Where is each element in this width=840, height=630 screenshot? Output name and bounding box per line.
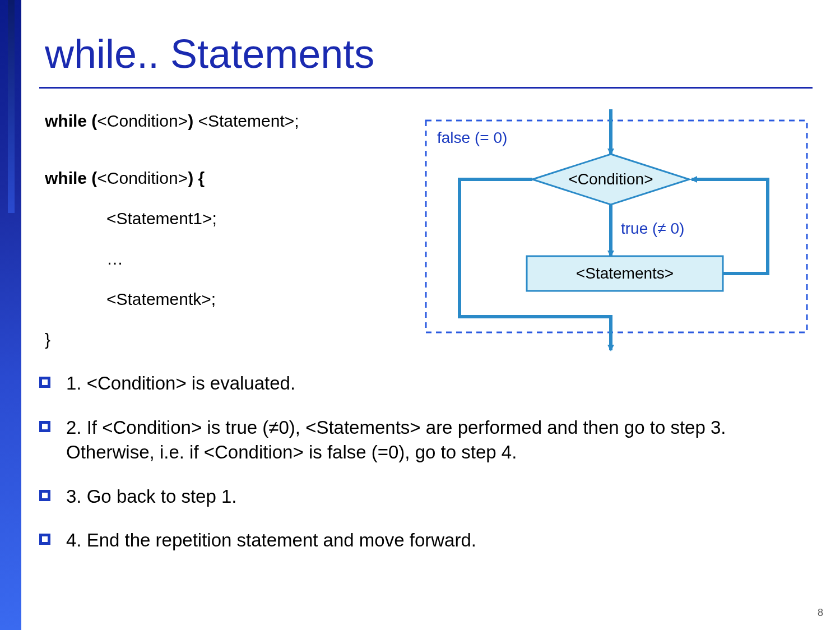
code-line-4: … bbox=[106, 247, 409, 271]
bullet-marker-icon bbox=[39, 421, 50, 432]
flowchart-diagram: <Condition> false (= 0) true (≠ 0) <Stat… bbox=[420, 109, 813, 355]
bullet-list: 1. <Condition> is evaluated. 2. If <Cond… bbox=[39, 371, 807, 572]
code-line-3: <Statement1>; bbox=[106, 207, 409, 230]
slide-title: while.. Statements bbox=[45, 31, 374, 77]
bullet-text: 1. <Condition> is evaluated. bbox=[66, 373, 295, 393]
code-line-5: <Statementk>; bbox=[106, 288, 409, 311]
bullet-marker-icon bbox=[39, 377, 50, 388]
condition-label: <Condition> bbox=[568, 170, 653, 188]
bullet-marker-icon bbox=[39, 490, 50, 501]
bullet-2: 2. If <Condition> is true (≠0), <Stateme… bbox=[39, 415, 807, 465]
code-block: while (<Condition>) <Statement>; while (… bbox=[45, 109, 409, 368]
keyword-while: while ( bbox=[45, 169, 97, 187]
false-label: false (= 0) bbox=[437, 129, 507, 146]
bullet-text: 4. End the repetition statement and move… bbox=[66, 530, 476, 550]
code-statement: <Statement>; bbox=[198, 112, 299, 130]
code-line-2: while (<Condition>) { bbox=[45, 166, 409, 190]
bullet-3: 3. Go back to step 1. bbox=[39, 484, 807, 509]
keyword-brace: ) { bbox=[188, 169, 205, 187]
loop-body-box bbox=[426, 121, 807, 332]
keyword-while: while ( bbox=[45, 112, 97, 130]
code-condition: <Condition> bbox=[97, 169, 188, 187]
bullet-1: 1. <Condition> is evaluated. bbox=[39, 371, 807, 396]
bullet-4: 4. End the repetition statement and move… bbox=[39, 528, 807, 553]
title-underline bbox=[39, 87, 813, 89]
bullet-marker-icon bbox=[39, 534, 50, 545]
keyword-paren: ) bbox=[188, 112, 198, 130]
left-accent-stripe-inner bbox=[8, 0, 15, 213]
code-line-1: while (<Condition>) <Statement>; bbox=[45, 109, 409, 133]
page-number: 8 bbox=[818, 607, 823, 619]
code-condition: <Condition> bbox=[97, 112, 188, 130]
bullet-text: 2. If <Condition> is true (≠0), <Stateme… bbox=[66, 417, 726, 463]
statements-label: <Statements> bbox=[576, 265, 674, 282]
code-line-6: } bbox=[45, 328, 409, 351]
true-label: true (≠ 0) bbox=[621, 220, 684, 237]
bullet-text: 3. Go back to step 1. bbox=[66, 486, 237, 507]
slide: while.. Statements while (<Condition>) <… bbox=[0, 0, 840, 630]
